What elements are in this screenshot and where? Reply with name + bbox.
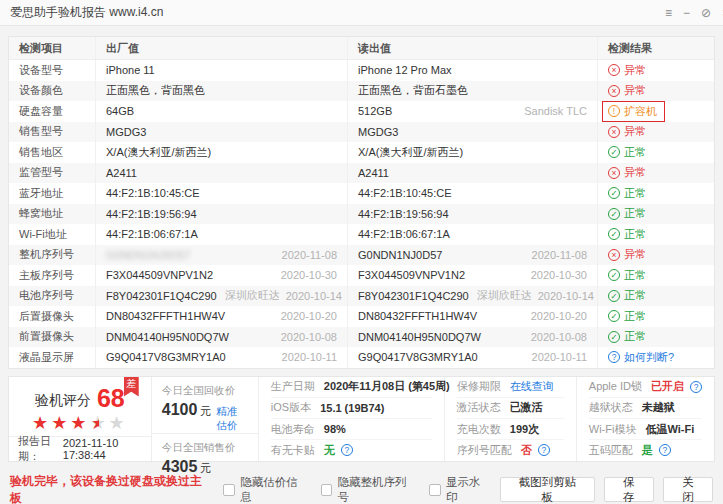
checkbox[interactable]: [429, 484, 441, 496]
price-box: 今日全国回收价 4100 元 精准估价 今日全国销售价 4305 元: [152, 377, 259, 461]
table-row: Wi-Fi地址 44:F2:1B:06:67:1A 44:F2:1B:06:67…: [9, 224, 714, 245]
row-result-cell: ✓ 正常: [597, 265, 714, 286]
status-icon: ?: [608, 351, 620, 363]
read-value: G9Q0417V8G3MRY1A0: [358, 351, 524, 363]
row-factory-cell: DNM04140H95N0DQ7W 2020-10-08: [95, 327, 347, 348]
info-item: 越狱状态 未越狱: [589, 398, 702, 419]
factory-value: F3X044509VNPV1N2: [106, 269, 273, 281]
info-value[interactable]: 在线查询: [510, 379, 554, 394]
info-item: 序列号匹配 否 ?: [457, 440, 564, 460]
status-text: 扩容机: [624, 104, 657, 119]
info-label: 生产日期: [271, 379, 315, 394]
status-badge: ✓ 正常: [608, 186, 646, 201]
window-title: 爱思助手验机报告 www.i4.cn: [10, 4, 163, 21]
status-text: 正常: [624, 227, 646, 242]
factory-value: 44:F2:1B:06:67:1A: [106, 228, 337, 240]
row-factory-cell: X/A(澳大利亚/新西兰): [95, 142, 347, 163]
factory-date: 2020-10-14: [286, 290, 342, 302]
window-controls: ≡−⊘×: [665, 7, 723, 19]
info-label: 序列号匹配: [457, 443, 512, 458]
info-item: 充电次数 199次: [457, 419, 564, 440]
status-icon: ×: [608, 85, 620, 97]
row-result-cell: ✓ 正常: [597, 306, 714, 327]
checkbox[interactable]: [223, 484, 235, 496]
score-value: 68: [97, 384, 125, 412]
status-badge[interactable]: ? 如何判断?: [608, 350, 674, 365]
info-value: 未越狱: [642, 400, 675, 415]
checkbox-option[interactable]: 隐藏整机序列号: [321, 475, 417, 504]
minimize-icon[interactable]: −: [683, 7, 690, 19]
help-icon[interactable]: ?: [659, 444, 671, 456]
status-badge: ✓ 正常: [608, 288, 646, 303]
read-value: 44:F2:1B:19:56:94: [358, 208, 587, 220]
row-read-cell: DN80432FFFTH1HW4V 2020-10-20: [347, 306, 597, 327]
menu-icon[interactable]: ≡: [665, 7, 672, 19]
status-text: 异常: [624, 124, 646, 139]
factory-value: iPhone 11: [106, 64, 337, 76]
info-item: Apple ID锁 已开启 ?: [589, 377, 702, 398]
row-item-label: 前置摄像头: [9, 327, 95, 348]
col-header-item: 检测项目: [9, 37, 95, 59]
help-icon[interactable]: ?: [690, 381, 702, 393]
table-header: 检测项目 出厂值 读出值 检测结果: [9, 37, 714, 60]
summary-panel: 差 验机评分68 ★★★★★★ 报告日期： 2021-11-10 17:38:4…: [8, 376, 715, 462]
checkbox[interactable]: [321, 484, 333, 496]
checkbox-option[interactable]: 隐藏估价信息: [223, 475, 307, 504]
table-row: 后置摄像头 DN80432FFFTH1HW4V 2020-10-20 DN804…: [9, 306, 714, 327]
report-date-label: 报告日期：: [18, 434, 61, 464]
row-read-cell: F3X044509VNPV1N2 2020-10-30: [347, 265, 597, 286]
row-factory-cell: iPhone 11: [95, 60, 347, 81]
table-row: 蓝牙地址 44:F2:1B:10:45:CE 44:F2:1B:10:45:CE…: [9, 183, 714, 204]
table-row: 设备颜色 正面黑色，背面黑色 正面黑色，背面石墨色 × 异常: [9, 81, 714, 102]
action-button[interactable]: 关闭: [663, 477, 713, 502]
status-badge: ! 扩容机: [602, 101, 665, 122]
status-badge: ✓ 正常: [608, 206, 646, 221]
row-factory-cell: F3X044509VNPV1N2 2020-10-30: [95, 265, 347, 286]
row-item-label: 主板序列号: [9, 265, 95, 286]
info-label: 保修期限: [457, 379, 501, 394]
estimate-link[interactable]: 精准估价: [216, 405, 247, 433]
info-label: Wi-Fi模块: [589, 422, 637, 437]
read-value: DNM04140H95N0DQ7W: [358, 331, 523, 343]
status-icon: ✓: [608, 187, 620, 199]
star-icon: ★: [32, 414, 51, 432]
score-label: 验机评分: [35, 392, 91, 408]
status-text: 正常: [624, 186, 646, 201]
read-value: 44:F2:1B:06:67:1A: [358, 228, 587, 240]
info-item: 激活状态 已激活: [457, 398, 564, 419]
row-item-label: 监管型号: [9, 163, 95, 184]
status-icon: ✓: [608, 290, 620, 302]
row-factory-cell: G9Q0417V8G3MRY1A0 2020-10-11: [95, 347, 347, 368]
action-button[interactable]: 截图到剪贴板: [500, 477, 595, 502]
row-result-cell: ! 扩容机: [597, 101, 714, 122]
screenshot-icon[interactable]: ⊘: [701, 7, 711, 19]
checkbox-label: 隐藏估价信息: [240, 475, 307, 504]
row-factory-cell: A2411: [95, 163, 347, 184]
table-row: 硬盘容量 64GB 512GB Sandisk TLC ! 扩容机: [9, 101, 714, 122]
read-date: 2020-10-30: [531, 269, 587, 281]
status-text: 异常: [624, 247, 646, 262]
status-badge: × 异常: [608, 247, 646, 262]
table-row: 主板序列号 F3X044509VNPV1N2 2020-10-30 F3X044…: [9, 265, 714, 286]
sale-price-section: 今日全国销售价 4305 元: [152, 434, 258, 476]
status-badge: ✓ 正常: [608, 145, 646, 160]
row-read-cell: 正面黑色，背面石墨色: [347, 81, 597, 102]
checkbox-option[interactable]: 显示水印: [429, 475, 491, 504]
read-note: Sandisk TLC: [516, 105, 587, 117]
status-icon: ✓: [608, 208, 620, 220]
status-text[interactable]: 如何判断?: [624, 350, 674, 365]
table-row: 液晶显示屏 G9Q0417V8G3MRY1A0 2020-10-11 G9Q04…: [9, 347, 714, 368]
help-icon[interactable]: ?: [538, 444, 550, 456]
row-result-cell: ✓ 正常: [597, 327, 714, 348]
action-button[interactable]: 保存: [604, 477, 654, 502]
row-result-cell: ✓ 正常: [597, 204, 714, 225]
info-value: 低温Wi-Fi: [645, 422, 694, 437]
col-header-read: 读出值: [347, 37, 597, 59]
row-item-label: 电池序列号: [9, 286, 95, 307]
status-text: 正常: [624, 309, 646, 324]
factory-value: A2411: [106, 167, 337, 179]
info-label: 越狱状态: [589, 400, 633, 415]
star-icon: ★: [109, 414, 128, 432]
row-item-label: 整机序列号: [9, 245, 95, 266]
help-icon[interactable]: ?: [341, 444, 353, 456]
